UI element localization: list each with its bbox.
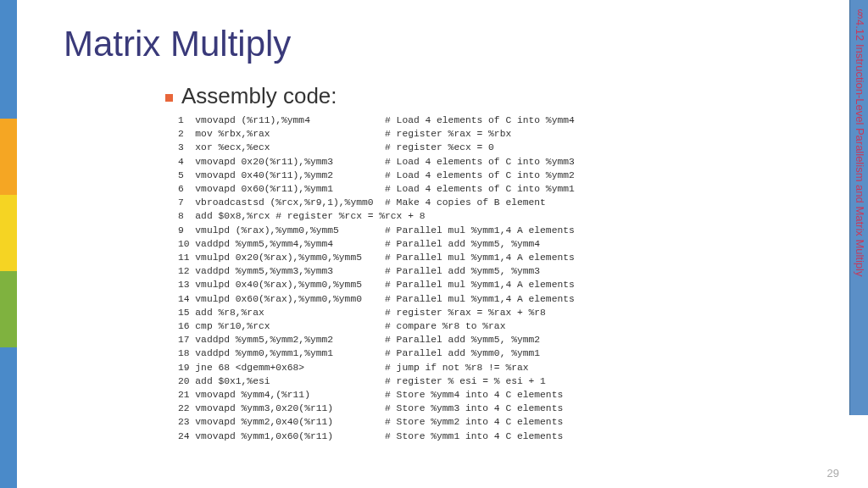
assembly-code-block: 1 vmovapd (%r11),%ymm4 # Load 4 elements…	[178, 114, 575, 443]
section-side-tab-label: §4.12 Instruction-Level Parallelism and …	[851, 7, 866, 409]
subtitle-row: Assembly code:	[165, 83, 337, 109]
subtitle-text: Assembly code:	[181, 83, 337, 109]
section-side-tab: §4.12 Instruction-Level Parallelism and …	[849, 0, 868, 415]
bullet-square-icon	[165, 94, 173, 102]
page-title: Matrix Multiply	[64, 24, 291, 64]
page-number: 29	[827, 467, 839, 480]
left-bar-green	[0, 271, 17, 347]
left-color-bar	[0, 0, 17, 488]
left-bar-yellow	[0, 195, 17, 271]
left-bar-orange	[0, 119, 17, 195]
